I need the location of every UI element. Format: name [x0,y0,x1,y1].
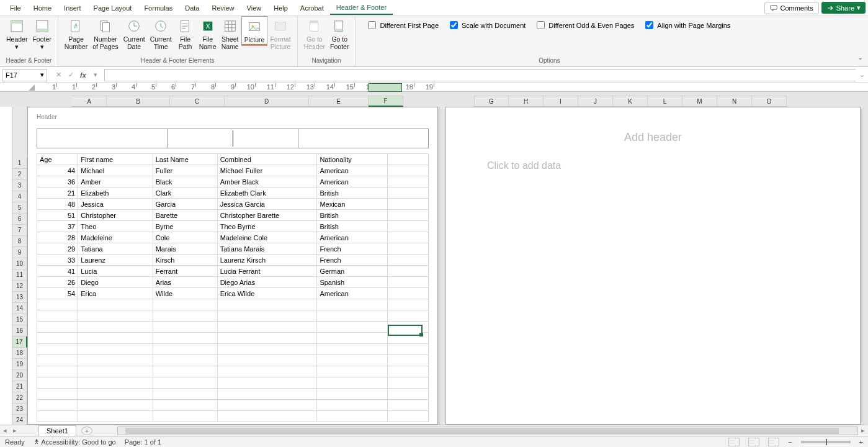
view-normal-button[interactable] [728,438,740,446]
row-header-17[interactable]: 17 [12,336,27,348]
add-sheet-button[interactable]: + [81,427,92,435]
diff-odd-even-checkbox[interactable]: Different Odd & Even Pages [537,21,634,29]
tab-next-icon[interactable]: ▸ [10,427,20,435]
col-header-J[interactable]: J [578,96,613,107]
zoom-in-button[interactable]: + [859,438,863,446]
row-header-21[interactable]: 21 [12,381,27,392]
status-accessibility[interactable]: Accessibility: Good to go [34,438,116,446]
fx-icon[interactable]: fx [77,69,89,81]
col-header-L[interactable]: L [648,96,682,107]
enter-icon[interactable]: ✓ [65,69,77,81]
table-row[interactable]: 41LuciaFerrantLucia FerrantGerman [37,266,429,277]
row-header-22[interactable]: 22 [12,392,27,404]
menu-data[interactable]: Data [179,2,205,14]
header-center-box[interactable] [167,129,297,148]
table-row[interactable]: 26DiegoAriasDiego AriasSpanish [37,277,429,288]
sheet-tab-1[interactable]: Sheet1 [38,425,76,436]
col-header-D[interactable]: D [225,96,309,107]
table-row[interactable]: 37TheoByrneTheo ByrneBritish [37,221,429,232]
goto-footer-button[interactable]: Go toFooter [328,16,351,52]
header-left-box[interactable] [37,129,167,148]
page-number-button[interactable]: #PageNumber [62,16,90,52]
table-row[interactable]: 44MichaelFullerMichael FullerAmerican [37,165,429,176]
col-header-C[interactable]: C [170,96,225,107]
menu-home[interactable]: Home [27,2,58,14]
row-header-24[interactable]: 24 [12,415,27,425]
row-header-6[interactable]: 6 [12,214,27,225]
name-box[interactable]: F17▾ [2,69,47,81]
menu-page-layout[interactable]: Page Layout [87,2,138,14]
table-row[interactable]: 33LaurenzKirschLaurenz KirschFrench [37,255,429,266]
menu-formulas[interactable]: Formulas [138,2,179,14]
zoom-slider[interactable] [801,441,851,443]
footer-button[interactable]: Footer▾ [30,16,53,52]
table-row[interactable]: 36AmberBlackAmber BlackAmerican [37,176,429,187]
view-page-layout-button[interactable] [748,438,759,446]
row-header-15[interactable]: 15 [12,314,27,325]
horizontal-scrollbar[interactable] [117,427,858,435]
click-to-add-data[interactable]: Click to add data [487,160,860,171]
header-right-box[interactable] [298,129,429,148]
collapse-ribbon-icon[interactable]: ⌄ [857,53,863,61]
col-header-K[interactable]: K [613,96,648,107]
row-header-7[interactable]: 7 [12,225,27,236]
row-header-14[interactable]: 14 [12,303,27,314]
comments-button[interactable]: Comments [764,2,818,14]
header-button[interactable]: Header▾ [4,16,30,52]
zoom-out-button[interactable]: − [788,438,792,446]
col-header-N[interactable]: N [717,96,752,107]
row-header-12[interactable]: 12 [12,281,27,292]
col-header-M[interactable]: M [682,96,717,107]
current-time-button[interactable]: CurrentTime [148,16,174,52]
add-header-placeholder[interactable]: Add header [446,131,860,144]
data-grid[interactable]: AgeFirst nameLast NameCombinedNationalit… [37,153,429,422]
chevron-down-icon[interactable]: ▾ [89,69,102,81]
row-header-5[interactable]: 5 [12,202,27,214]
picture-button[interactable]: Picture [241,16,268,46]
table-row[interactable]: 51ChristopherBaretteChristopher BaretteB… [37,210,429,221]
row-header-19[interactable]: 19 [12,359,27,370]
row-header-2[interactable]: 2 [12,169,27,180]
row-header-18[interactable]: 18 [12,348,27,359]
scale-doc-checkbox[interactable]: Scale with Document [450,21,526,29]
row-header-10[interactable]: 10 [12,258,27,269]
select-all-icon[interactable] [29,84,35,91]
row-header-23[interactable]: 23 [12,404,27,415]
selected-cell[interactable] [388,325,423,336]
share-button[interactable]: Share ▾ [821,2,866,14]
menu-help[interactable]: Help [267,2,294,14]
cancel-icon[interactable]: ✕ [52,69,65,81]
file-name-button[interactable]: XFileName [197,16,219,52]
diff-first-checkbox[interactable]: Different First Page [368,21,439,29]
view-page-break-button[interactable] [768,438,779,446]
col-header-A[interactable]: A [72,96,107,107]
sheet-name-button[interactable]: SheetName [219,16,241,52]
col-header-G[interactable]: G [474,96,509,107]
row-header-11[interactable]: 11 [12,269,27,281]
file-path-button[interactable]: FilePath [174,16,197,52]
menu-file[interactable]: File [4,2,27,14]
menu-review[interactable]: Review [205,2,240,14]
scroll-right-icon[interactable]: ▸ [858,427,868,435]
current-date-button[interactable]: CurrentDate [121,16,148,52]
menu-header-footer[interactable]: Header & Footer [330,1,393,15]
row-header-8[interactable]: 8 [12,236,27,247]
row-header-3[interactable]: 3 [12,180,27,191]
col-header-I[interactable]: I [544,96,578,107]
row-header-20[interactable]: 20 [12,370,27,381]
table-row[interactable]: 28MadeleineColeMadeleine ColeAmerican [37,232,429,243]
table-row[interactable]: 21ElizabethClarkElizabeth ClarkBritish [37,187,429,199]
col-header-F[interactable]: F [369,96,403,107]
col-header-E[interactable]: E [309,96,369,107]
chevron-down-icon[interactable]: ▾ [40,71,44,79]
col-header-H[interactable]: H [509,96,544,107]
row-header-1[interactable]: 1 [12,158,27,169]
row-header-16[interactable]: 16 [12,325,27,336]
table-row[interactable]: 29TatianaMaraisTatiana MaraisFrench [37,243,429,255]
row-header-9[interactable]: 9 [12,247,27,258]
col-header-B[interactable]: B [107,96,170,107]
expand-formula-icon[interactable]: ⌄ [856,69,868,81]
tab-prev-icon[interactable]: ◂ [0,427,10,435]
header-boxes[interactable] [37,129,429,148]
menu-acrobat[interactable]: Acrobat [294,2,330,14]
